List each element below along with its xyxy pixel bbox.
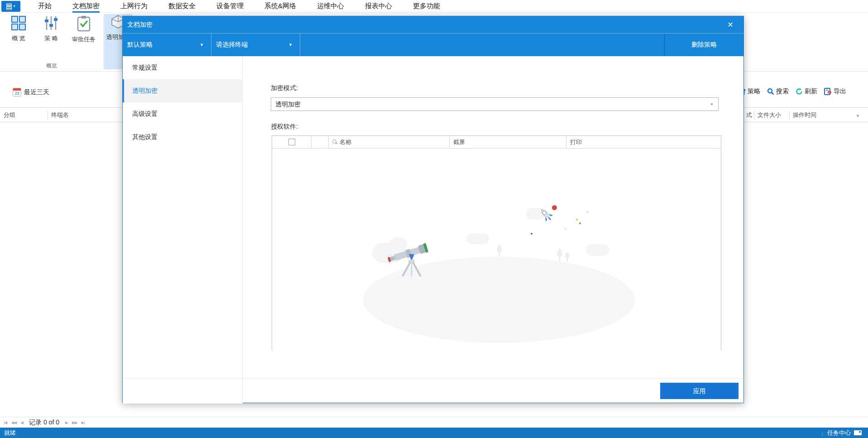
telescope-illustration bbox=[384, 232, 438, 278]
doc-encryption-dialog: 文档加密 ✕ 默认策略 ▼ 请选择终端 ▼ 删除策略 常规设置 透明加密 高级设… bbox=[122, 16, 744, 403]
grid-icon bbox=[11, 15, 26, 31]
print-column-label: 打印 bbox=[570, 138, 582, 146]
ribbon-group-label: 概览 bbox=[0, 62, 103, 70]
pagination-bar: |◀ ◀◀ ◀ 记录 0 of 0 ▶ ▶▶ ▶| bbox=[0, 417, 868, 428]
policy-select-dropdown[interactable]: 默认策略 ▼ bbox=[123, 34, 211, 56]
auth-software-label: 授权软件: bbox=[271, 123, 298, 131]
menu-bar: ▾ 开始 文档加密 上网行为 数据安全 设备管理 系统&网络 运维中心 报表中心… bbox=[0, 0, 868, 13]
chevron-down-icon: ▼ bbox=[288, 43, 293, 47]
next-page-button[interactable]: ▶ bbox=[65, 420, 68, 425]
clipboard-check-icon bbox=[76, 15, 91, 32]
refresh-button[interactable]: 刷新 bbox=[796, 87, 817, 96]
approval-tasks-button[interactable]: 审批任务 bbox=[69, 15, 99, 50]
search-label: 搜索 bbox=[776, 87, 789, 96]
export-button[interactable]: 导出 bbox=[824, 87, 846, 96]
export-icon bbox=[824, 88, 832, 95]
gray-dot bbox=[564, 227, 567, 230]
approval-tasks-label: 审批任务 bbox=[72, 35, 96, 43]
window-icon[interactable] bbox=[854, 430, 862, 435]
select-all-cell bbox=[272, 136, 312, 148]
app-menu-button[interactable]: ▾ bbox=[1, 1, 20, 12]
tab-more-features[interactable]: 更多功能 bbox=[413, 0, 440, 13]
menu-items: 开始 文档加密 上网行为 数据安全 设备管理 系统&网络 运维中心 报表中心 更… bbox=[0, 0, 440, 12]
policy-tool-label: 策略 bbox=[748, 87, 760, 96]
status-ready: 就绪 bbox=[0, 429, 16, 437]
red-dot bbox=[552, 205, 557, 210]
column-separator bbox=[754, 111, 754, 120]
empty-state-illustration bbox=[272, 149, 721, 351]
background-toolbar: 策略 搜索 刷新 导出 bbox=[739, 87, 846, 96]
column-separator bbox=[789, 111, 790, 120]
tab-ops-center[interactable]: 运维中心 bbox=[317, 0, 344, 13]
calendar-icon: 23 bbox=[13, 88, 21, 96]
column-chevron-down-icon[interactable]: ▼ bbox=[856, 114, 860, 118]
chevron-down-icon: ▾ bbox=[13, 5, 15, 8]
print-column[interactable]: 打印 bbox=[566, 136, 721, 148]
dialog-toolbar: 默认策略 ▼ 请选择终端 ▼ 删除策略 bbox=[123, 34, 743, 56]
nav-general-settings[interactable]: 常规设置 bbox=[123, 56, 242, 79]
prev-page-button[interactable]: ◀ bbox=[20, 420, 23, 425]
authorized-software-table: 名称 截屏 打印 bbox=[272, 135, 721, 350]
overview-button[interactable]: 概 览 bbox=[4, 15, 34, 50]
column-filesize[interactable]: 文件大小 bbox=[758, 108, 781, 122]
select-all-checkbox[interactable] bbox=[288, 139, 295, 145]
close-icon[interactable]: ✕ bbox=[725, 20, 735, 30]
document-icon bbox=[6, 3, 12, 10]
policy-button[interactable]: 策 略 bbox=[36, 15, 66, 50]
delete-policy-button[interactable]: 删除策略 bbox=[664, 34, 743, 56]
dialog-sidebar: 常规设置 透明加密 高级设置 其他设置 bbox=[123, 56, 243, 404]
ribbon-separator bbox=[103, 14, 104, 69]
tab-data-security[interactable]: 数据安全 bbox=[168, 0, 196, 13]
terminal-select-value: 请选择终端 bbox=[216, 34, 248, 55]
column-optime[interactable]: 操作时间 bbox=[793, 108, 816, 122]
name-column-label: 名称 bbox=[340, 138, 351, 146]
sliders-icon bbox=[43, 15, 59, 31]
refresh-label: 刷新 bbox=[805, 87, 817, 96]
date-filter-recent-3-days[interactable]: 23 最近三天 bbox=[13, 88, 49, 96]
chevron-down-icon: ▼ bbox=[200, 43, 204, 47]
tab-report-center[interactable]: 报表中心 bbox=[365, 0, 392, 13]
export-label: 导出 bbox=[834, 87, 846, 96]
auth-table-header: 名称 截屏 打印 bbox=[272, 136, 721, 149]
column-terminal[interactable]: 终端名 bbox=[51, 108, 69, 122]
overview-label: 概 览 bbox=[12, 34, 25, 43]
dialog-title: 文档加密 bbox=[127, 16, 153, 33]
encrypt-mode-select[interactable]: 透明加密 ▼ bbox=[271, 97, 719, 111]
terminal-select-dropdown[interactable]: 请选择终端 ▼ bbox=[211, 34, 300, 56]
column-group[interactable]: 分组 bbox=[4, 108, 15, 122]
screen: ▾ 开始 文档加密 上网行为 数据安全 设备管理 系统&网络 运维中心 报表中心… bbox=[0, 0, 868, 438]
cloud-shape bbox=[586, 244, 609, 256]
green-dot bbox=[579, 222, 581, 224]
last-page-button[interactable]: ▶| bbox=[82, 420, 85, 425]
tab-start[interactable]: 开始 bbox=[38, 0, 52, 13]
nav-advanced-settings[interactable]: 高级设置 bbox=[123, 102, 242, 125]
search-icon bbox=[767, 88, 774, 95]
search-button[interactable]: 搜索 bbox=[767, 87, 789, 96]
column-partial[interactable]: 式 bbox=[746, 108, 752, 122]
download-arrow-icon: ↓ bbox=[821, 429, 825, 437]
fast-prev-button[interactable]: ◀◀ bbox=[11, 420, 16, 425]
screenshot-column[interactable]: 截屏 bbox=[450, 136, 566, 148]
chevron-down-icon: ▼ bbox=[710, 102, 714, 106]
refresh-icon bbox=[796, 88, 803, 95]
name-column[interactable]: 名称 bbox=[329, 136, 450, 148]
tab-web-behavior[interactable]: 上网行为 bbox=[120, 0, 148, 13]
tab-device-mgmt[interactable]: 设备管理 bbox=[216, 0, 244, 13]
status-bar: 就绪 ↓ 任务中心 bbox=[0, 428, 868, 438]
record-count: 记录 0 of 0 bbox=[29, 419, 59, 427]
first-page-button[interactable]: |◀ bbox=[4, 420, 7, 425]
policy-select-value: 默认策略 bbox=[127, 34, 153, 55]
fast-next-button[interactable]: ▶▶ bbox=[72, 420, 77, 425]
nav-transparent-encryption[interactable]: 透明加密 bbox=[123, 79, 242, 102]
nav-other-settings[interactable]: 其他设置 bbox=[123, 125, 242, 149]
date-filter-label: 最近三天 bbox=[24, 88, 49, 96]
task-center-button[interactable]: 任务中心 bbox=[827, 429, 851, 437]
dialog-title-bar: 文档加密 ✕ bbox=[123, 16, 743, 34]
tab-system-network[interactable]: 系统&网络 bbox=[264, 0, 296, 13]
encrypt-mode-value: 透明加密 bbox=[275, 98, 301, 111]
tree-shape bbox=[497, 245, 502, 257]
empty-column bbox=[312, 136, 329, 148]
gray-dot bbox=[586, 211, 589, 213]
apply-button[interactable]: 应用 bbox=[660, 383, 739, 399]
tab-doc-encryption[interactable]: 文档加密 bbox=[72, 0, 100, 13]
